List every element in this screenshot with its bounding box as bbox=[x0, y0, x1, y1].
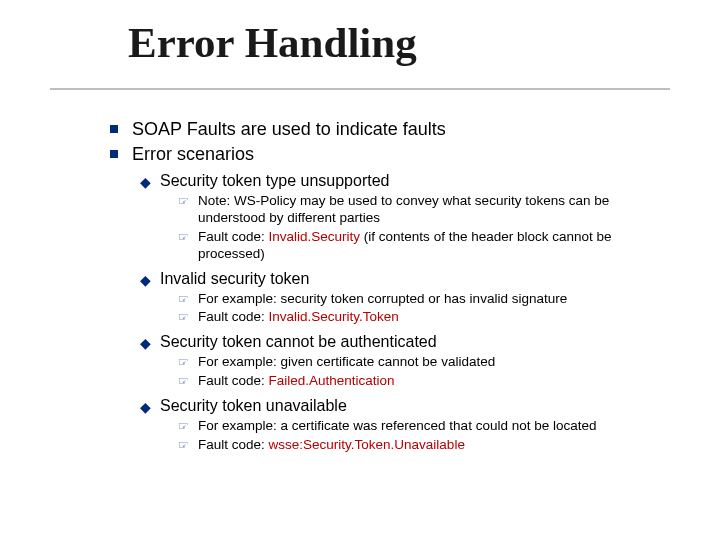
fault-code-value: Failed.Authentication bbox=[269, 373, 395, 388]
fault-code-label: Fault code: bbox=[198, 309, 269, 324]
pointer-bullet-icon: ☞ bbox=[178, 310, 189, 325]
text: For example: a certificate was reference… bbox=[198, 418, 596, 433]
text: Invalid security token bbox=[160, 270, 309, 287]
pointer-bullet-icon: ☞ bbox=[178, 355, 189, 370]
text: Note: WS-Policy may be used to convey wh… bbox=[198, 193, 609, 225]
text: Security token cannot be authenticated bbox=[160, 333, 437, 350]
pointer-bullet-icon: ☞ bbox=[178, 438, 189, 453]
scenario-heading: ◆ Security token cannot be authenticated bbox=[110, 332, 650, 352]
scenario-fault-code: ☞ Fault code: wsse:Security.Token.Unavai… bbox=[110, 437, 650, 454]
text: For example: given certificate cannot be… bbox=[198, 354, 495, 369]
slide: Error Handling SOAP Faults are used to i… bbox=[0, 0, 720, 540]
bullet-soap-faults: SOAP Faults are used to indicate faults bbox=[110, 118, 650, 141]
fault-code-value: Invalid.Security bbox=[269, 229, 361, 244]
text: Security token type unsupported bbox=[160, 172, 389, 189]
pointer-bullet-icon: ☞ bbox=[178, 194, 189, 209]
fault-code-label: Fault code: bbox=[198, 229, 269, 244]
pointer-bullet-icon: ☞ bbox=[178, 374, 189, 389]
text: Error scenarios bbox=[132, 144, 254, 164]
diamond-bullet-icon: ◆ bbox=[140, 174, 151, 192]
fault-code-label: Fault code: bbox=[198, 437, 269, 452]
title-underline bbox=[50, 88, 670, 90]
text: SOAP Faults are used to indicate faults bbox=[132, 119, 446, 139]
scenario-heading: ◆ Security token type unsupported bbox=[110, 171, 650, 191]
pointer-bullet-icon: ☞ bbox=[178, 419, 189, 434]
slide-body: SOAP Faults are used to indicate faults … bbox=[110, 118, 650, 455]
scenario-fault-code: ☞ Fault code: Invalid.Security.Token bbox=[110, 309, 650, 326]
fault-code-label: Fault code: bbox=[198, 373, 269, 388]
scenario-detail: ☞ For example: a certificate was referen… bbox=[110, 418, 650, 435]
fault-code-value: Invalid.Security.Token bbox=[269, 309, 399, 324]
page-title: Error Handling bbox=[128, 18, 417, 67]
scenario-detail: ☞ For example: given certificate cannot … bbox=[110, 354, 650, 371]
diamond-bullet-icon: ◆ bbox=[140, 335, 151, 353]
diamond-bullet-icon: ◆ bbox=[140, 399, 151, 417]
diamond-bullet-icon: ◆ bbox=[140, 272, 151, 290]
fault-code-value: wsse:Security.Token.Unavailable bbox=[269, 437, 465, 452]
pointer-bullet-icon: ☞ bbox=[178, 292, 189, 307]
text: Security token unavailable bbox=[160, 397, 347, 414]
bullet-error-scenarios: Error scenarios bbox=[110, 143, 650, 166]
scenario-fault-code: ☞ Fault code: Failed.Authentication bbox=[110, 373, 650, 390]
square-bullet-icon bbox=[110, 125, 118, 133]
scenario-fault-code: ☞ Fault code: Invalid.Security (if conte… bbox=[110, 229, 650, 263]
pointer-bullet-icon: ☞ bbox=[178, 230, 189, 245]
scenario-detail: ☞ For example: security token corrupted … bbox=[110, 291, 650, 308]
square-bullet-icon bbox=[110, 150, 118, 158]
scenario-heading: ◆ Invalid security token bbox=[110, 269, 650, 289]
scenario-detail: ☞ Note: WS-Policy may be used to convey … bbox=[110, 193, 650, 227]
text: For example: security token corrupted or… bbox=[198, 291, 567, 306]
scenario-heading: ◆ Security token unavailable bbox=[110, 396, 650, 416]
